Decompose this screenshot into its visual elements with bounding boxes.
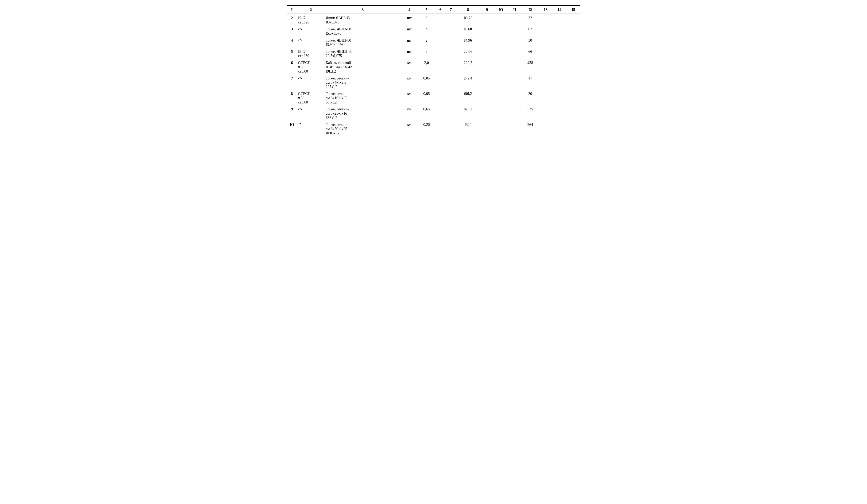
cell-row3-col14 — [553, 37, 566, 48]
cell-row4-col1: 5 — [287, 48, 297, 59]
cell-row8-col1: 9 — [287, 106, 297, 121]
cell-row3-col11 — [508, 37, 522, 48]
cell-row4-col4: шт — [401, 48, 418, 59]
header-col-6: 6 — [435, 6, 446, 14]
cell-row6-col4: км — [401, 75, 418, 90]
cell-row6-col6 — [435, 75, 446, 90]
cell-row7-col10 — [494, 90, 508, 106]
cell-row9-col7 — [446, 121, 456, 137]
cell-row4-col6 — [435, 48, 446, 59]
cell-row3-col4: шт — [401, 37, 418, 48]
header-col-2: 2 — [297, 6, 325, 14]
header-col-15: I5 — [566, 6, 580, 14]
cell-row2-col15 — [566, 26, 580, 37]
cell-row5-col9 — [480, 59, 494, 75]
cell-row2-col4: шт — [401, 26, 418, 37]
cell-row4-col12: 66 — [522, 48, 539, 59]
cell-row8-col4: км — [401, 106, 418, 121]
cell-row3-col15 — [566, 37, 580, 48]
cell-row6-col11 — [508, 75, 522, 90]
cell-row1-col5: 3 — [418, 14, 435, 26]
cell-row6-col10 — [494, 75, 508, 90]
cell-row4-col14 — [553, 48, 566, 59]
cell-row6-col13 — [539, 75, 553, 90]
cell-row9-col10 — [494, 121, 508, 137]
cell-row1-col15 — [566, 14, 580, 26]
cell-row6-col2: -"- — [297, 75, 325, 90]
cell-row2-col9 — [480, 26, 494, 37]
table-row: 5I5-I7стр.I30То же, ЯВШЗ-I520,5xI,075шт3… — [287, 48, 580, 59]
table-body: 2I5-I7стр.I25Ящик ЯВПЗ-I5IOxI,076шт3IO,7… — [287, 14, 580, 137]
cell-row3-col2: -"- — [297, 37, 325, 48]
cell-row2-col5: 4 — [418, 26, 435, 37]
table-row: 3-"-То же, ЯВПЗ-60I5,5xI,076шт4I6,6867 — [287, 26, 580, 37]
cell-row8-col9 — [480, 106, 494, 121]
table-row: 7-"-То же, сечени-ем 3х4+Iх2,5227хI,2км0… — [287, 75, 580, 90]
cell-row7-col13 — [539, 90, 553, 106]
cell-row8-col12: 535 — [522, 106, 539, 121]
table-row: 9-"-То же, сечени-ем 3х25+Iх16686хI,2км0… — [287, 106, 580, 121]
cell-row1-col9 — [480, 14, 494, 26]
cell-row5-col14 — [553, 59, 566, 75]
cell-row2-col12: 67 — [522, 26, 539, 37]
cell-row4-col8: 22,06 — [456, 48, 480, 59]
header-col-9: 9 — [480, 6, 494, 14]
cell-row7-col5: 0,05 — [418, 90, 435, 106]
table-row: 2I5-I7стр.I25Ящик ЯВПЗ-I5IOxI,076шт3IO,7… — [287, 14, 580, 26]
header-col-1: I — [287, 6, 297, 14]
cell-row9-col9 — [480, 121, 494, 137]
cell-row3-col13 — [539, 37, 553, 48]
cell-row3-col1: 4 — [287, 37, 297, 48]
cell-row6-col5: 0,05 — [418, 75, 435, 90]
header-col-3: 3 — [324, 6, 401, 14]
cell-row9-col6 — [435, 121, 446, 137]
cell-row6-col3: То же, сечени-ем 3х4+Iх2,5227хI,2 — [324, 75, 401, 90]
header-row: I 2 3 4 5 6 7 8 9 IO II I2 I3 I4 I5 — [287, 6, 580, 14]
cell-row4-col9 — [480, 48, 494, 59]
cell-row1-col4: шт — [401, 14, 418, 26]
cell-row7-col15 — [566, 90, 580, 106]
cell-row8-col8: 823,2 — [456, 106, 480, 121]
cell-row8-col15 — [566, 106, 580, 121]
main-table: I 2 3 4 5 6 7 8 9 IO II I2 I3 I4 I5 2I5-… — [287, 6, 580, 137]
cell-row6-col7 — [446, 75, 456, 90]
cell-row4-col10 — [494, 48, 508, 59]
cell-row3-col3: То же, ЯВПЗ-60I3,90xI,076 — [324, 37, 401, 48]
cell-row7-col7 — [446, 90, 456, 106]
cell-row7-col3: То же, сечени-ем 3х16+IхIO50IхI,2 — [324, 90, 401, 106]
cell-row8-col13 — [539, 106, 553, 121]
cell-row4-col15 — [566, 48, 580, 59]
cell-row1-col14 — [553, 14, 566, 26]
cell-row2-col13 — [539, 26, 553, 37]
cell-row5-col5: 2,0 — [418, 59, 435, 75]
cell-row8-col10 — [494, 106, 508, 121]
cell-row2-col14 — [553, 26, 566, 37]
cell-row4-col5: 3 — [418, 48, 435, 59]
cell-row8-col3: То же, сечени-ем 3х25+Iх16686хI,2 — [324, 106, 401, 121]
cell-row6-col8: 272,4 — [456, 75, 480, 90]
cell-row4-col11 — [508, 48, 522, 59]
cell-row3-col7 — [446, 37, 456, 48]
cell-row6-col9 — [480, 75, 494, 90]
cell-row8-col6 — [435, 106, 446, 121]
cell-row7-col4: км — [401, 90, 418, 106]
cell-row5-col7 — [446, 59, 456, 75]
cell-row9-col14 — [553, 121, 566, 137]
cell-row1-col6 — [435, 14, 446, 26]
header-col-14: I4 — [553, 6, 566, 14]
cell-row6-col14 — [553, 75, 566, 90]
cell-row9-col8: I320 — [456, 121, 480, 137]
cell-row9-col5: 0,20 — [418, 121, 435, 137]
cell-row5-col6 — [435, 59, 446, 75]
cell-row6-col15 — [566, 75, 580, 90]
cell-row1-col11 — [508, 14, 522, 26]
header-col-13: I3 — [539, 6, 553, 14]
cell-row2-col6 — [435, 26, 446, 37]
cell-row2-col11 — [508, 26, 522, 37]
cell-row7-col1: 8 — [287, 90, 297, 106]
cell-row9-col13 — [539, 121, 553, 137]
cell-row4-col13 — [539, 48, 553, 59]
cell-row8-col5: 0,65 — [418, 106, 435, 121]
cell-row1-col12: 32 — [522, 14, 539, 26]
cell-row2-col8: I6,68 — [456, 26, 480, 37]
